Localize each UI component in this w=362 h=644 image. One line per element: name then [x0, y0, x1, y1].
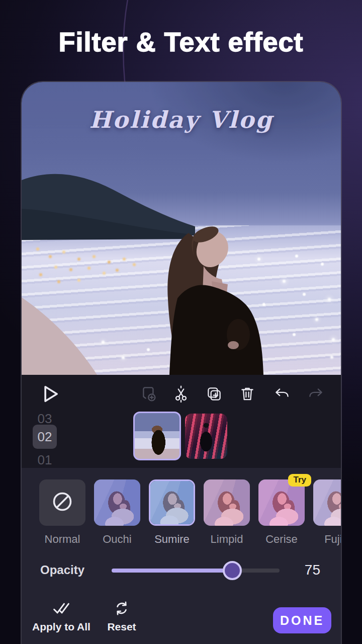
filter-row: Normal Ouchi Sumire Limpid Try: [39, 479, 341, 546]
reset-icon: [89, 600, 154, 617]
water-sparkle-glow: [22, 82, 24, 84]
opacity-slider-thumb[interactable]: [223, 561, 242, 580]
edit-toolbar: [22, 375, 341, 410]
filter-item-fujin[interactable]: Fujin: [313, 479, 341, 546]
editor-card: Holiday Vlog: [22, 82, 341, 644]
text-effect-overlay[interactable]: Holiday Vlog: [22, 106, 341, 133]
page-title: Filter & Text effect: [0, 26, 362, 57]
duplicate-icon[interactable]: [205, 385, 223, 403]
clip-thumbnail-neon[interactable]: [185, 414, 227, 459]
opacity-slider-fill: [112, 569, 232, 573]
filter-label: Normal: [39, 533, 85, 546]
filter-item-normal[interactable]: Normal: [39, 479, 85, 546]
redo-icon[interactable]: [307, 385, 325, 403]
opacity-label: Opacity: [40, 563, 84, 577]
city-lights: [22, 82, 24, 84]
reset-label: Reset: [89, 621, 154, 633]
opacity-value: 75: [290, 562, 320, 578]
water-sparkles: [22, 82, 24, 84]
filter-label: Ouchi: [94, 533, 140, 546]
filter-label: Cerise: [258, 533, 305, 546]
undo-icon[interactable]: [273, 385, 291, 403]
video-preview[interactable]: Holiday Vlog: [22, 82, 341, 375]
done-button[interactable]: DONE: [273, 607, 331, 633]
play-button[interactable]: [39, 382, 62, 406]
no-filter-icon: [51, 491, 73, 515]
apply-to-all-button[interactable]: Apply to All: [29, 600, 94, 633]
filter-item-limpid[interactable]: Limpid: [204, 479, 250, 546]
reset-button[interactable]: Reset: [89, 600, 154, 633]
split-icon[interactable]: [172, 385, 190, 403]
track-label-02[interactable]: 02: [33, 425, 57, 449]
double-check-icon: [29, 600, 94, 617]
filter-item-sumire[interactable]: Sumire: [149, 479, 195, 546]
opacity-slider[interactable]: [112, 569, 280, 573]
apply-to-all-label: Apply to All: [29, 621, 94, 633]
try-badge: Try: [288, 474, 311, 487]
filter-label: Fujin: [313, 533, 341, 546]
add-clip-icon[interactable]: [140, 385, 158, 403]
filter-item-cerise[interactable]: Try Cerise: [258, 479, 305, 546]
filter-item-ouchi[interactable]: Ouchi: [94, 479, 140, 546]
filter-label: Limpid: [204, 533, 250, 546]
track-label-01[interactable]: 01: [33, 451, 57, 468]
delete-icon[interactable]: [238, 385, 256, 403]
filter-label: Sumire: [149, 533, 195, 546]
filter-panel: Normal Ouchi Sumire Limpid Try: [22, 468, 341, 644]
clip-thumbnail-beach[interactable]: [133, 412, 181, 460]
timeline[interactable]: 03 02 01: [22, 410, 341, 468]
